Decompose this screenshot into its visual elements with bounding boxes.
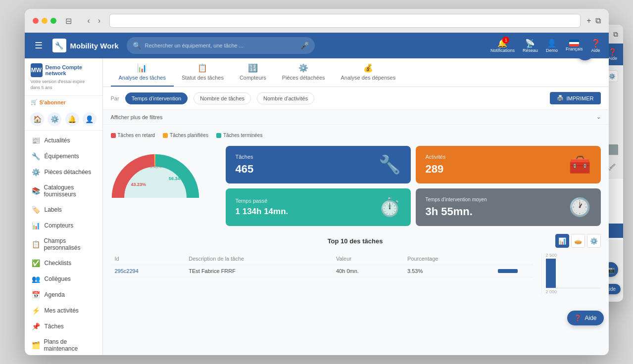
tab-statut-taches[interactable]: 📋 Statut des tâches [174, 58, 232, 87]
filter-expand[interactable]: Afficher plus de filtres ⌄ [103, 110, 609, 125]
sidebar-item-compteurs[interactable]: 📊 Compteurs [25, 218, 102, 233]
temps-moyen-value: 3h 55mn. [426, 205, 487, 218]
row-id[interactable]: 295c2294 [111, 265, 185, 277]
donut-red-label: 43.23% [131, 182, 146, 187]
sidebar-account: MW Demo Compte network Votre version d'e… [25, 58, 102, 96]
sidebar-item-collegues[interactable]: 👥 Collègues [25, 271, 102, 287]
sidebar-item-equipements[interactable]: 🔧 Équipements [25, 148, 102, 164]
pie-chart-btn[interactable]: 🥧 [571, 234, 585, 248]
sidebar-item-taches[interactable]: 📌 Tâches [25, 318, 102, 334]
temps-passe-value: 1 134h 14mn. [236, 207, 289, 217]
section-header: Top 10 des tâches 📊 🥧 ⚙️ [111, 234, 601, 248]
account-avatar: MW [31, 63, 43, 77]
colleagues-icon: 👥 [32, 275, 41, 283]
legend-planifiees: Tâches planifiées [163, 133, 208, 138]
help-button[interactable]: ❓ Aide [567, 311, 603, 325]
sidebar-icon-settings[interactable]: ⚙️ [48, 112, 61, 126]
sidebar-item-plans[interactable]: 🗂️ Plans de maintenance [25, 334, 102, 355]
account-sub2: dans 5 ans [31, 85, 97, 91]
search-icon: 🔍 [133, 42, 141, 49]
statut-taches-icon: 📋 [197, 63, 207, 73]
address-bar[interactable] [109, 14, 581, 28]
tab-compteurs[interactable]: 🔢 Compteurs [232, 58, 274, 87]
demo-nav-item[interactable]: 👤 Demo [546, 39, 558, 53]
account-name: Demo Compte network [46, 64, 97, 76]
language-nav-item[interactable]: Français [566, 40, 583, 51]
help-icon: ❓ [591, 39, 601, 48]
chart-legend: Tâches en retard Tâches planifiées Tâche… [111, 133, 601, 138]
legend-terminees: Tâches terminées [216, 133, 262, 138]
sidebar-toggle-browser[interactable]: ⊟ [62, 14, 75, 28]
new-tab-button[interactable]: + [586, 16, 591, 25]
sidebar-item-pieces[interactable]: ⚙️ Pièces détachées [25, 164, 102, 180]
tab-analyse-depenses[interactable]: 💰 Analyse des dépenses [333, 58, 404, 87]
sidebar-icon-alert[interactable]: 🔔 [65, 112, 79, 126]
top10-table: Id Description de la tâche Valeur Pource… [111, 253, 534, 277]
tab-pieces-detachees[interactable]: ⚙️ Pièces détachées [274, 58, 333, 87]
nav-right: 🔔 1 Notifications 📡 Réseau 👤 Demo [490, 39, 601, 53]
content-area: 📊 Analyse des tâches 📋 Statut des tâches… [103, 58, 609, 355]
activites-card-value: 289 [426, 163, 446, 176]
reseau-nav-item[interactable]: 📡 Réseau [523, 39, 538, 53]
settings-chart-btn[interactable]: ⚙️ [587, 234, 601, 248]
filter-temps-intervention[interactable]: Temps d'intervention [125, 92, 188, 104]
top-nav: ☰ 🔧 Mobility Work 🔍 Rechercher un équipe… [25, 33, 609, 58]
question-icon: ❓ [574, 315, 582, 321]
col-valeur: Valeur [332, 253, 403, 265]
forward-button[interactable]: › [95, 14, 103, 27]
taches-card-title: Tâches [236, 154, 254, 160]
legend-dot-retard [111, 133, 116, 138]
subscribe-link[interactable]: 🛒 S'abonner [25, 96, 102, 108]
filter-nombre-taches[interactable]: Nombre de tâches [194, 92, 251, 104]
hamburger-menu[interactable]: ☰ [33, 38, 45, 53]
content-tabs: 📊 Analyse des tâches 📋 Statut des tâches… [103, 58, 609, 87]
bg-aide-item[interactable]: ❓ Aide [608, 48, 617, 61]
close-button[interactable] [33, 18, 39, 24]
donut-orange-label: 0.43% [150, 165, 161, 169]
filter-nombre-activites[interactable]: Nombre d'activités [257, 92, 314, 104]
col-pourcentage: Pourcentage [403, 253, 494, 265]
sidebar-item-agenda[interactable]: 📅 Agenda [25, 287, 102, 303]
sidebar-icon-user[interactable]: 👤 [83, 112, 97, 126]
fields-icon: 📋 [32, 240, 40, 248]
aide-nav-item[interactable]: ❓ Aide [591, 39, 601, 53]
counter-icon: 📊 [32, 222, 41, 229]
sidebar-item-catalogues[interactable]: 📚 Catalogues fournisseurs [25, 180, 102, 202]
minimize-button[interactable] [42, 18, 48, 24]
sidebar-item-actualites[interactable]: 📰 Actualités [25, 133, 102, 148]
table-chart-row: Id Description de la tâche Valeur Pource… [111, 253, 601, 294]
demo-label: Demo [546, 48, 558, 53]
notifications-nav-item[interactable]: 🔔 1 Notifications [490, 39, 515, 53]
sidebar-item-checklists[interactable]: ✅ Checklists [25, 255, 102, 271]
bar-chart-btn[interactable]: 📊 [555, 234, 569, 248]
search-placeholder-text: Rechercher un équipement, une tâche ... [145, 43, 243, 48]
chart-y-min: 2 000 [546, 289, 601, 294]
copy-tab-button[interactable]: ⧉ [595, 16, 601, 25]
sidebar-item-champs[interactable]: 📋 Champs personnalisés [25, 233, 102, 255]
stat-card-activites: Activités 289 🧰 [416, 146, 601, 183]
search-bar[interactable]: 🔍 Rechercher un équipement, une tâche ..… [127, 37, 315, 54]
microphone-icon[interactable]: 🎤 [300, 42, 309, 49]
tab-analyse-taches[interactable]: 📊 Analyse des tâches [111, 58, 174, 87]
checklist-icon: ✅ [32, 259, 41, 267]
sidebar-icon-home[interactable]: 🏠 [30, 112, 44, 126]
browser-titlebar: ⊟ ‹ › + ⧉ [25, 9, 609, 33]
tasks-icon: 📌 [32, 322, 41, 330]
stat-card-temps-moyen: Temps d'intervention moyen 3h 55mn. 🕐 [416, 188, 601, 226]
print-button[interactable]: 🖨️ IMPRIMER [550, 92, 601, 104]
par-label: Par [111, 95, 119, 101]
temps-passe-icon: ⏱️ [379, 197, 401, 218]
sidebar-item-activites[interactable]: ⚡ Mes activités [25, 303, 102, 318]
back-button[interactable]: ‹ [85, 14, 93, 27]
bg-copy-tab[interactable]: ⧉ [613, 30, 618, 39]
chart-y-max: 2 500 [546, 253, 601, 258]
table-section: Id Description de la tâche Valeur Pource… [111, 253, 534, 294]
fullscreen-button[interactable] [50, 18, 56, 24]
app-container: ☰ 🔧 Mobility Work 🔍 Rechercher un équipe… [25, 33, 609, 355]
aide-label: Aide [591, 48, 600, 53]
chart-bar-1 [546, 259, 556, 288]
top10-title: Top 10 des tâches [155, 237, 555, 245]
sidebar-item-labels[interactable]: 🏷️ Labels [25, 202, 102, 218]
row-desc: TEst Fabrice FRRF [185, 265, 332, 277]
col-desc: Description de la tâche [185, 253, 332, 265]
